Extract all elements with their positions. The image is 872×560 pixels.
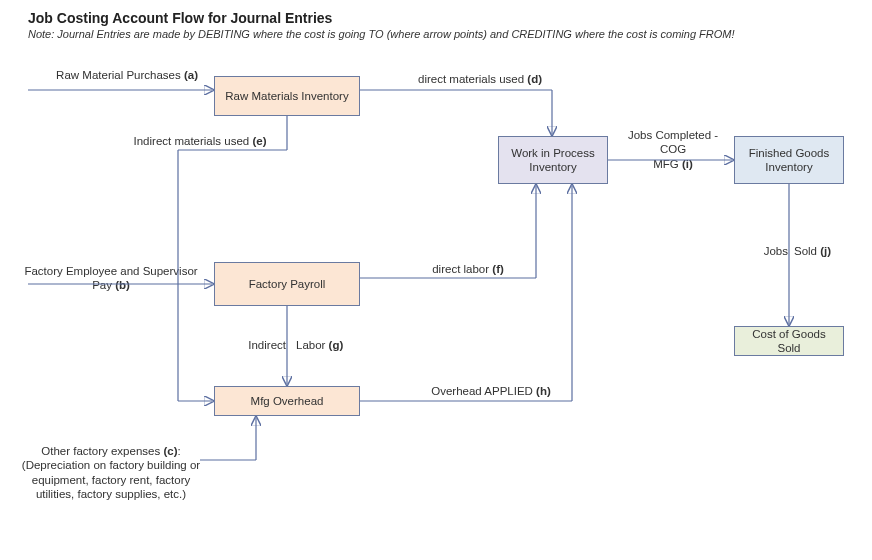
label-e: Indirect materials used (e) — [100, 134, 300, 148]
label-b: Factory Employee and Supervisor Pay (b) — [20, 264, 202, 293]
box-finished-goods: Finished Goods Inventory — [734, 136, 844, 184]
page-title: Job Costing Account Flow for Journal Ent… — [28, 10, 332, 26]
label-f: direct labor (f) — [388, 262, 548, 276]
box-factory-payroll: Factory Payroll — [214, 262, 360, 306]
label-c: Other factory expenses (c): (Depreciatio… — [20, 444, 202, 502]
page-note: Note: Journal Entries are made by DEBITI… — [28, 28, 735, 40]
box-wip: Work in Process Inventory — [498, 136, 608, 184]
label-j-right: Sold (j) — [794, 244, 854, 258]
label-g-left: Indirect — [228, 338, 286, 352]
label-i: Jobs Completed - COG MFG (i) — [614, 128, 732, 171]
box-raw-materials: Raw Materials Inventory — [214, 76, 360, 116]
label-a: Raw Material Purchases (a) — [28, 68, 198, 82]
box-cogs: Cost of Goods Sold — [734, 326, 844, 356]
label-h: Overhead APPLIED (h) — [396, 384, 586, 398]
label-j-left: Jobs — [748, 244, 788, 258]
box-mfg-overhead: Mfg Overhead — [214, 386, 360, 416]
label-g-right: Labor (g) — [296, 338, 376, 352]
label-d: direct materials used (d) — [390, 72, 570, 86]
